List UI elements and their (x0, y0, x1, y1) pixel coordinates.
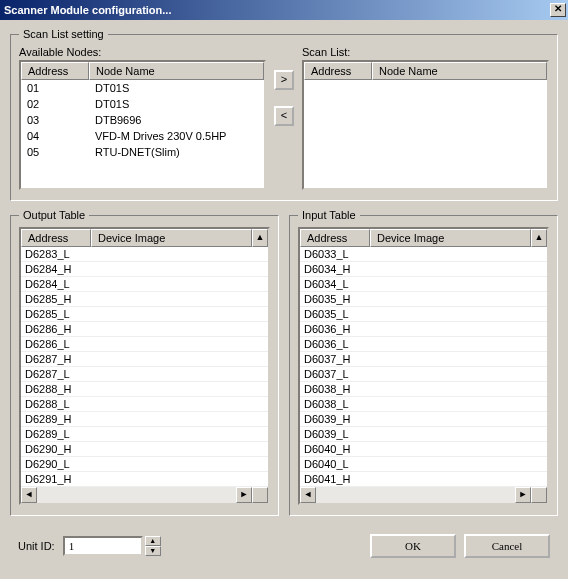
h-scrollbar[interactable]: ◄ ► (300, 487, 547, 503)
cell-address: D6039_H (300, 412, 370, 426)
cell-address: D6290_H (21, 442, 91, 456)
cell-address: D6285_L (21, 307, 91, 321)
list-item[interactable]: 05RTU-DNET(Slim) (21, 144, 264, 160)
table-row[interactable]: D6285_H (21, 292, 268, 307)
table-row[interactable]: D6287_H (21, 352, 268, 367)
table-row[interactable]: D6035_L (300, 307, 547, 322)
col-address[interactable]: Address (21, 62, 89, 80)
table-row[interactable]: D6034_H (300, 262, 547, 277)
table-row[interactable]: D6288_L (21, 397, 268, 412)
table-row[interactable]: D6286_L (21, 337, 268, 352)
table-row[interactable]: D6038_L (300, 397, 547, 412)
spin-up-button[interactable]: ▲ (145, 536, 161, 546)
cell-device-image (370, 367, 547, 381)
col-address[interactable]: Address (21, 229, 91, 247)
table-row[interactable]: D6038_H (300, 382, 547, 397)
list-item[interactable]: 03DTB9696 (21, 112, 264, 128)
cell-address: D6034_H (300, 262, 370, 276)
scroll-up-button[interactable]: ▲ (531, 229, 547, 247)
list-item[interactable]: 01DT01S (21, 80, 264, 96)
scrollbar-corner (252, 487, 268, 503)
unit-id-input[interactable] (63, 536, 143, 556)
scroll-right-button[interactable]: ► (236, 487, 252, 503)
input-table[interactable]: Address Device Image ▲ D6033_LD6034_HD60… (298, 227, 549, 505)
table-row[interactable]: D6290_H (21, 442, 268, 457)
col-device-image[interactable]: Device Image (91, 229, 252, 247)
cell-device-image (370, 397, 547, 411)
cell-nodename: VFD-M Drives 230V 0.5HP (89, 129, 264, 143)
ok-button[interactable]: OK (370, 534, 456, 558)
table-row[interactable]: D6041_H (300, 472, 547, 487)
cell-device-image (370, 412, 547, 426)
scan-list-group: Scan List setting Available Nodes: Addre… (10, 28, 558, 201)
table-row[interactable]: D6037_H (300, 352, 547, 367)
scrollbar-track[interactable] (316, 487, 515, 503)
table-row[interactable]: D6287_L (21, 367, 268, 382)
table-row[interactable]: D6034_L (300, 277, 547, 292)
table-row[interactable]: D6283_L (21, 247, 268, 262)
cancel-button[interactable]: Cancel (464, 534, 550, 558)
table-row[interactable]: D6033_L (300, 247, 547, 262)
table-row[interactable]: D6036_L (300, 337, 547, 352)
scroll-up-button[interactable]: ▲ (252, 229, 268, 247)
scan-list[interactable]: Address Node Name (302, 60, 549, 190)
cell-device-image (370, 472, 547, 486)
input-table-group: Input Table Address Device Image ▲ D6033… (289, 209, 558, 516)
cell-address: D6041_H (300, 472, 370, 486)
unit-id-spinner[interactable]: ▲ ▼ (63, 536, 161, 556)
table-row[interactable]: D6036_H (300, 322, 547, 337)
table-row[interactable]: D6040_L (300, 457, 547, 472)
table-row[interactable]: D6290_L (21, 457, 268, 472)
table-row[interactable]: D6035_H (300, 292, 547, 307)
scrollbar-track[interactable] (37, 487, 236, 503)
list-item[interactable]: 02DT01S (21, 96, 264, 112)
scroll-right-button[interactable]: ► (515, 487, 531, 503)
cell-device-image (370, 307, 547, 321)
cell-device-image (370, 457, 547, 471)
table-row[interactable]: D6288_H (21, 382, 268, 397)
scan-list-legend: Scan List setting (19, 28, 108, 40)
output-table[interactable]: Address Device Image ▲ D6283_LD6284_HD62… (19, 227, 270, 505)
scroll-left-button[interactable]: ◄ (21, 487, 37, 503)
scroll-left-button[interactable]: ◄ (300, 487, 316, 503)
unit-id-label: Unit ID: (18, 540, 55, 552)
table-row[interactable]: D6284_H (21, 262, 268, 277)
h-scrollbar[interactable]: ◄ ► (21, 487, 268, 503)
spin-down-button[interactable]: ▼ (145, 546, 161, 556)
available-nodes-list[interactable]: Address Node Name 01DT01S02DT01S03DTB969… (19, 60, 266, 190)
cell-address: 03 (21, 113, 89, 127)
table-row[interactable]: D6039_H (300, 412, 547, 427)
cell-device-image (91, 307, 268, 321)
table-row[interactable]: D6286_H (21, 322, 268, 337)
table-row[interactable]: D6291_H (21, 472, 268, 487)
list-item[interactable]: 04VFD-M Drives 230V 0.5HP (21, 128, 264, 144)
col-address[interactable]: Address (300, 229, 370, 247)
close-button[interactable]: ✕ (550, 3, 566, 17)
table-row[interactable]: D6284_L (21, 277, 268, 292)
cell-device-image (91, 292, 268, 306)
col-address[interactable]: Address (304, 62, 372, 80)
cell-device-image (370, 247, 547, 261)
col-device-image[interactable]: Device Image (370, 229, 531, 247)
cell-device-image (370, 442, 547, 456)
cell-device-image (91, 382, 268, 396)
cell-nodename: DTB9696 (89, 113, 264, 127)
table-row[interactable]: D6037_L (300, 367, 547, 382)
table-row[interactable]: D6039_L (300, 427, 547, 442)
cell-device-image (370, 292, 547, 306)
cell-address: D6285_H (21, 292, 91, 306)
add-node-button[interactable]: > (274, 70, 294, 90)
cell-device-image (91, 367, 268, 381)
col-nodename[interactable]: Node Name (372, 62, 547, 80)
remove-node-button[interactable]: < (274, 106, 294, 126)
col-nodename[interactable]: Node Name (89, 62, 264, 80)
cell-nodename: DT01S (89, 81, 264, 95)
cell-nodename: RTU-DNET(Slim) (89, 145, 264, 159)
cell-address: D6040_L (300, 457, 370, 471)
table-row[interactable]: D6040_H (300, 442, 547, 457)
table-row[interactable]: D6289_H (21, 412, 268, 427)
table-row[interactable]: D6285_L (21, 307, 268, 322)
cell-address: D6288_H (21, 382, 91, 396)
cell-address: D6039_L (300, 427, 370, 441)
table-row[interactable]: D6289_L (21, 427, 268, 442)
